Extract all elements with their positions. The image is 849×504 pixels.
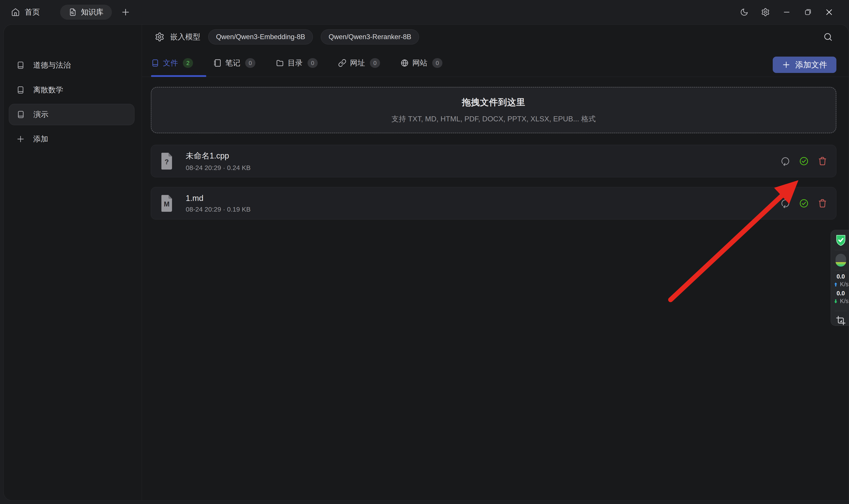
new-tab-button[interactable]: [121, 8, 130, 17]
plus-icon: [782, 60, 790, 69]
file-info: 08-24 20:29 · 0.24 KB: [186, 164, 251, 172]
nav-home-label: 首页: [25, 7, 40, 17]
plus-icon: [121, 8, 130, 17]
home-icon: [11, 8, 20, 17]
nav-home[interactable]: 首页: [11, 7, 40, 17]
tab-url-count-badge: 0: [370, 58, 380, 68]
file-question-icon: ?: [161, 152, 175, 170]
tab-notes[interactable]: 笔记 0: [213, 58, 255, 68]
file-row-md[interactable]: M 1.md 08-24 20:29 · 0.19 KB: [151, 187, 836, 219]
upload-speed-value: 0.0: [837, 274, 845, 280]
book-icon: [16, 86, 25, 94]
add-file-button-label: 添加文件: [795, 59, 827, 70]
maximize-restore-button[interactable]: [797, 0, 818, 24]
refresh-file-button[interactable]: [780, 198, 790, 208]
file-dropzone[interactable]: 拖拽文件到这里 支持 TXT, MD, HTML, PDF, DOCX, PPT…: [151, 87, 836, 133]
search-button[interactable]: [823, 32, 833, 42]
tab-url[interactable]: 网址 0: [338, 58, 380, 68]
crop-screenshot-icon[interactable]: [836, 316, 846, 326]
settings-button[interactable]: [755, 0, 776, 24]
dropzone-subtitle: 支持 TXT, MD, HTML, PDF, DOCX, PPTX, XLSX,…: [391, 114, 596, 124]
download-speed: 0.0 K/s: [833, 290, 849, 307]
status-check-icon: [799, 156, 809, 166]
battery-capsule: [835, 254, 846, 267]
tab-directory-label: 目录: [288, 58, 303, 68]
theme-toggle-button[interactable]: [734, 0, 755, 24]
file-info: 08-24 20:29 · 0.19 KB: [186, 205, 251, 213]
sidebar-add-button[interactable]: 添加: [9, 128, 134, 150]
file-name: 1.md: [186, 194, 251, 203]
delete-file-button[interactable]: [818, 198, 827, 208]
refresh-file-button[interactable]: [780, 156, 790, 166]
file-icon-letter: M: [161, 200, 173, 208]
download-speed-unit: K/s: [840, 298, 849, 304]
dropzone-title: 拖拽文件到这里: [462, 96, 525, 108]
folder-icon: [276, 59, 284, 67]
embedding-model-pill: Qwen/Qwen3-Embedding-8B: [208, 30, 313, 44]
sidebar-item-kb-1[interactable]: 道德与法治: [9, 55, 134, 76]
tab-files-count-badge: 2: [183, 58, 193, 68]
globe-icon: [400, 59, 409, 67]
titlebar: 首页 知识库: [0, 0, 849, 24]
add-file-button[interactable]: 添加文件: [773, 57, 836, 73]
app-panel: 道德与法治 离散数学 演示 添加 嵌入模型 Qwen/Qwen3-Embeddi…: [3, 24, 849, 501]
sidebar-item-label: 演示: [33, 109, 49, 120]
shield-check-icon: [835, 234, 847, 247]
sidebar-item-kb-2[interactable]: 离散数学: [9, 79, 134, 101]
tab-knowledge-base-label: 知识库: [81, 7, 104, 17]
tab-knowledge-base[interactable]: 知识库: [60, 5, 112, 20]
tab-website[interactable]: 网站 0: [400, 58, 442, 68]
file-row-cpp[interactable]: ? 未命名1.cpp 08-24 20:29 · 0.24 KB: [151, 145, 836, 177]
file-icon-letter: ?: [161, 158, 173, 166]
file-name: 未命名1.cpp: [186, 150, 251, 161]
tab-files[interactable]: 文件 2: [151, 58, 193, 68]
main-content: 嵌入模型 Qwen/Qwen3-Embedding-8B Qwen/Qwen3-…: [142, 24, 849, 501]
minimize-icon: [782, 8, 791, 16]
close-button[interactable]: [818, 0, 840, 24]
tab-directory[interactable]: 目录 0: [276, 58, 318, 68]
tabs-bar: 文件 2 笔记 0 目录 0 网址: [142, 49, 849, 77]
download-speed-value: 0.0: [837, 290, 845, 296]
widget-divider: [835, 311, 847, 311]
restore-icon: [804, 8, 812, 16]
tab-notes-count-badge: 0: [245, 58, 255, 68]
file-search-icon: [69, 8, 77, 16]
tab-directory-count-badge: 0: [308, 58, 318, 68]
arrow-down-icon: [833, 299, 838, 304]
embedding-model-label: 嵌入模型: [170, 32, 200, 42]
delete-file-button[interactable]: [818, 156, 827, 166]
notebook-icon: [213, 59, 222, 67]
book-icon: [151, 59, 159, 67]
tab-website-label: 网站: [412, 58, 427, 68]
widget-divider: [835, 270, 847, 270]
tab-url-label: 网址: [350, 58, 365, 68]
tab-files-label: 文件: [163, 58, 178, 68]
moon-icon: [740, 8, 748, 16]
widget-divider: [835, 250, 847, 250]
file-m-icon: M: [161, 195, 175, 212]
sidebar-add-label: 添加: [33, 134, 48, 144]
kb-settings-gear-icon[interactable]: [155, 32, 164, 42]
kb-settings-header: 嵌入模型 Qwen/Qwen3-Embedding-8B Qwen/Qwen3-…: [142, 24, 849, 49]
reranker-model-pill: Qwen/Qwen3-Reranker-8B: [321, 30, 419, 44]
sidebar-item-kb-3-selected[interactable]: 演示: [9, 104, 134, 125]
gear-icon: [761, 8, 770, 17]
app-window: 首页 知识库 道德与法治: [0, 0, 849, 504]
close-icon: [825, 8, 833, 16]
book-icon: [17, 110, 25, 119]
active-tab-underline: [151, 75, 206, 77]
tab-website-count-badge: 0: [432, 58, 442, 68]
knowledge-base-sidebar: 道德与法治 离散数学 演示 添加: [3, 24, 142, 501]
sidebar-item-label: 道德与法治: [33, 60, 71, 70]
floating-monitor-widget[interactable]: 0.0 K/s 0.0 K/s: [831, 230, 849, 326]
upload-speed-unit: K/s: [840, 282, 849, 287]
sidebar-item-label: 离散数学: [33, 85, 63, 95]
tab-notes-label: 笔记: [225, 58, 240, 68]
book-icon: [16, 61, 25, 69]
plus-icon: [16, 135, 25, 143]
status-check-icon: [799, 198, 809, 208]
upload-speed: 0.0 K/s: [833, 274, 849, 290]
arrow-up-icon: [833, 282, 838, 287]
link-icon: [338, 59, 346, 67]
minimize-button[interactable]: [776, 0, 797, 24]
